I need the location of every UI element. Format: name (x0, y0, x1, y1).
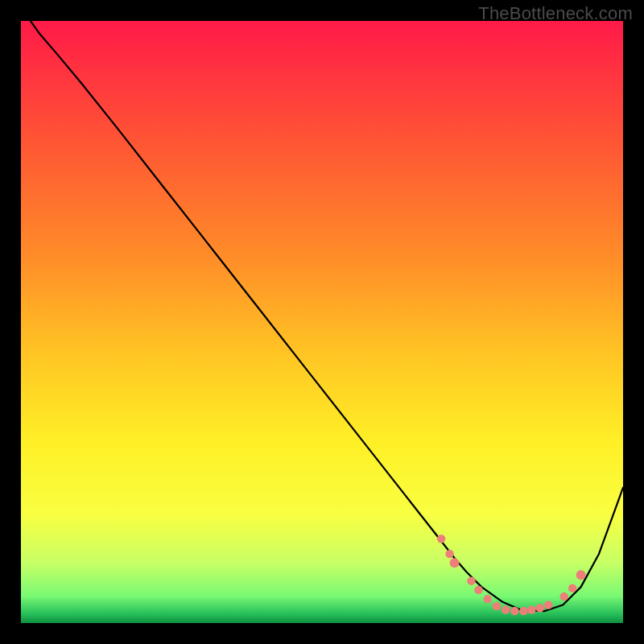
data-marker (483, 595, 491, 603)
data-marker (450, 558, 460, 568)
data-marker (568, 584, 576, 592)
watermark-text: TheBottleneck.com (478, 3, 633, 24)
plot-area (21, 21, 623, 623)
data-marker (559, 592, 568, 601)
chart-svg (21, 21, 623, 623)
data-marker (544, 601, 552, 609)
data-marker (510, 607, 518, 615)
data-marker (437, 535, 445, 543)
data-marker (576, 570, 586, 580)
data-marker (536, 604, 544, 612)
data-marker (474, 586, 482, 594)
data-marker (493, 602, 501, 610)
data-marker (467, 576, 475, 584)
data-marker (445, 550, 453, 558)
data-marker (527, 605, 535, 613)
data-marker (519, 607, 527, 615)
plot-frame (21, 21, 623, 623)
data-marker (502, 605, 510, 613)
chart-root: TheBottleneck.com (0, 0, 644, 644)
gradient-background (21, 21, 623, 623)
